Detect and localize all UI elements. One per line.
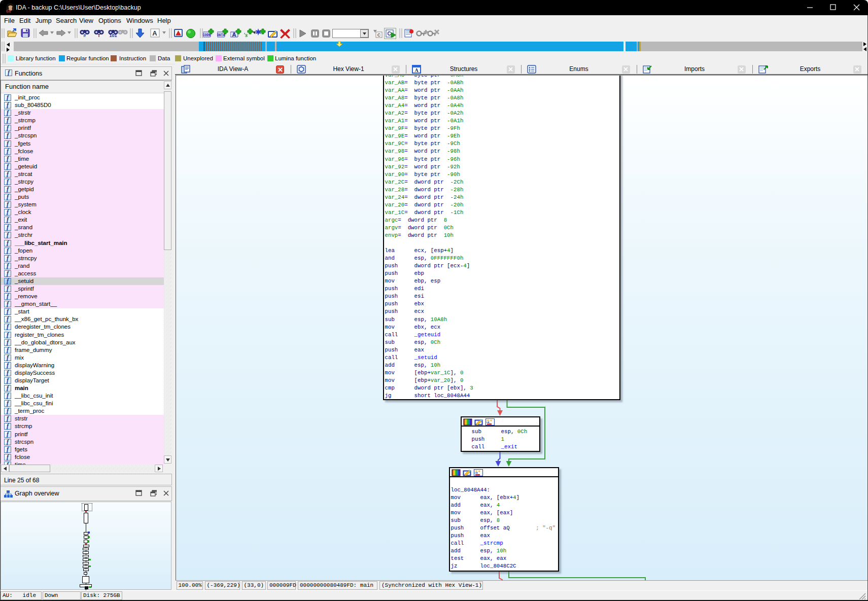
svg-text:A: A	[152, 29, 157, 37]
svg-text:A: A	[232, 31, 236, 38]
svg-text:'s: 's	[244, 31, 248, 39]
svg-text:T: T	[97, 33, 100, 38]
svg-text:64: 64	[6, 9, 11, 13]
svg-text:DATA: DATA	[217, 33, 225, 37]
svg-text:C: C	[377, 32, 381, 38]
svg-text:C: C	[387, 31, 391, 37]
svg-text:#: #	[83, 33, 86, 38]
svg-text:101: 101	[109, 33, 117, 38]
svg-text:CODE: CODE	[203, 33, 211, 37]
